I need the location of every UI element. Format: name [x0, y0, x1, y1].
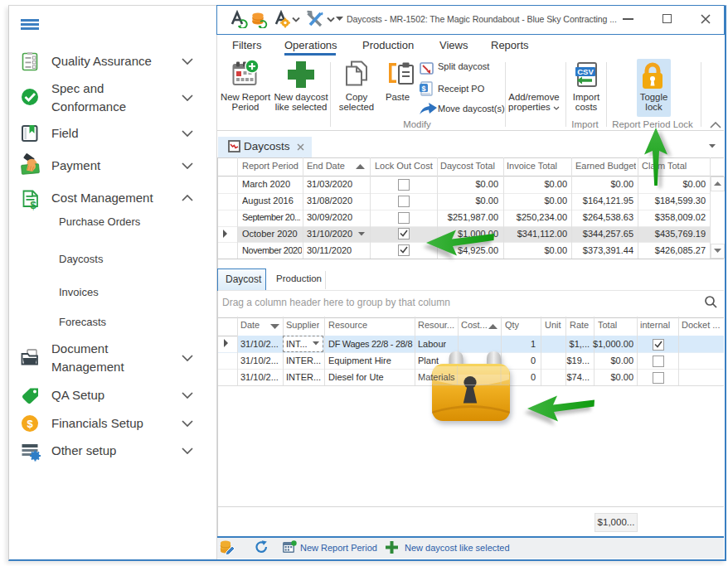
svg-text:$: $ [27, 418, 33, 430]
svg-text:CSV: CSV [577, 67, 594, 76]
svg-text:$: $ [30, 199, 36, 211]
svg-text:$: $ [421, 85, 425, 93]
